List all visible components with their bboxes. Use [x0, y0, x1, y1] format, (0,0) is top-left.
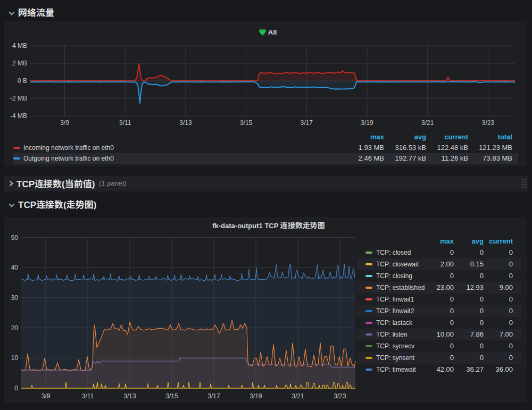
svg-text:40: 40 — [11, 264, 19, 271]
svg-text:20: 20 — [11, 324, 19, 332]
svg-text:3/19: 3/19 — [250, 392, 262, 400]
svg-text:3/17: 3/17 — [207, 392, 220, 400]
svg-text:-4 MB: -4 MB — [10, 112, 27, 120]
svg-text:2 MB: 2 MB — [12, 60, 27, 67]
svg-text:3/9: 3/9 — [41, 392, 51, 400]
svg-text:3/13: 3/13 — [123, 392, 136, 400]
svg-text:3/15: 3/15 — [165, 392, 178, 400]
svg-text:3/23: 3/23 — [334, 392, 346, 400]
svg-text:3/19: 3/19 — [361, 119, 373, 127]
svg-text:3/15: 3/15 — [240, 119, 253, 127]
svg-text:3/21: 3/21 — [292, 392, 304, 400]
svg-text:3/9: 3/9 — [60, 119, 69, 127]
svg-text:3/13: 3/13 — [179, 119, 192, 127]
svg-text:0: 0 — [14, 384, 18, 392]
svg-text:30: 30 — [11, 294, 19, 302]
svg-text:4 MB: 4 MB — [12, 42, 27, 49]
svg-text:-2 MB: -2 MB — [10, 95, 27, 102]
svg-text:10: 10 — [11, 354, 19, 362]
svg-text:3/11: 3/11 — [119, 119, 131, 127]
svg-text:50: 50 — [11, 234, 19, 241]
svg-text:3/17: 3/17 — [301, 119, 313, 127]
svg-text:3/23: 3/23 — [482, 119, 495, 127]
svg-text:3/21: 3/21 — [421, 119, 434, 127]
svg-text:0 B: 0 B — [18, 77, 27, 85]
svg-text:3/11: 3/11 — [82, 392, 94, 400]
